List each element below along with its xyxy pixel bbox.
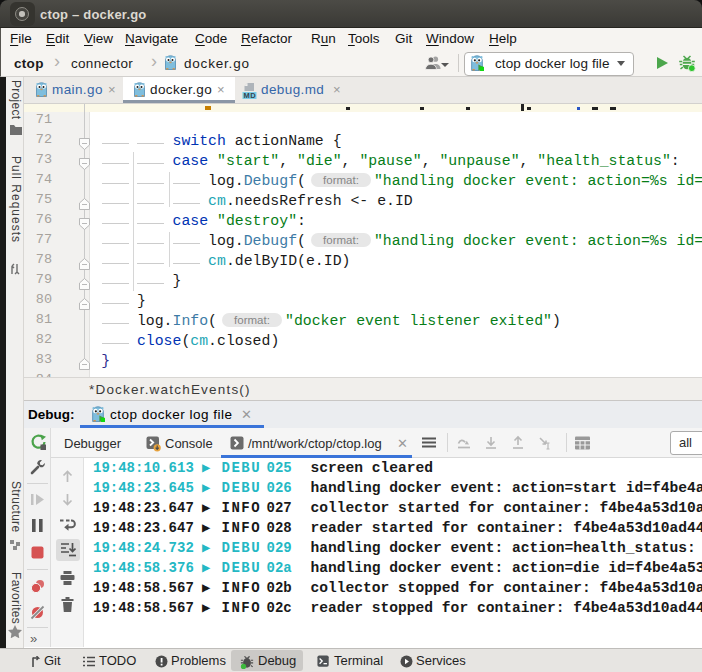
svg-text:MD: MD	[244, 91, 257, 99]
